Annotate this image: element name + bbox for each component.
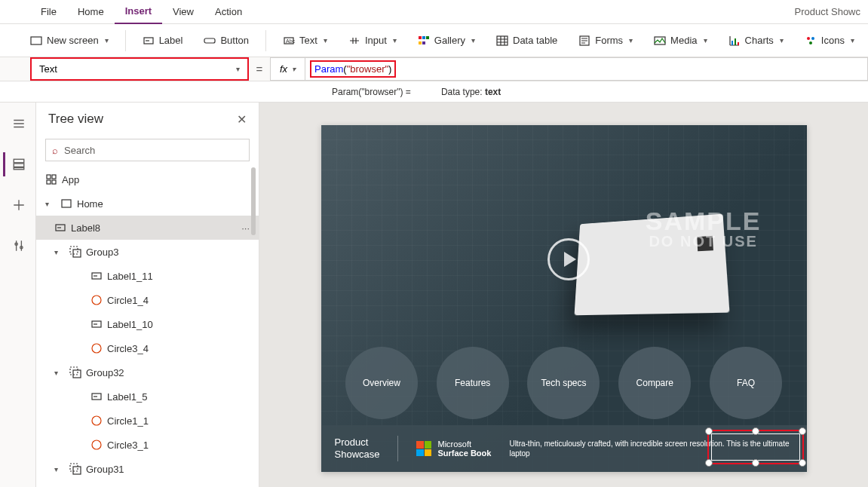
tree-item[interactable]: Circle1_1 bbox=[36, 409, 259, 433]
ribbon-charts[interactable]: Charts ▾ bbox=[721, 35, 791, 47]
circle-features[interactable]: Features bbox=[437, 347, 509, 419]
circle-faq[interactable]: FAQ bbox=[710, 347, 782, 419]
chevron-down-icon: ▾ bbox=[393, 36, 397, 44]
formula-data-type: Data type: text bbox=[441, 87, 501, 97]
svg-rect-26 bbox=[47, 180, 51, 184]
ribbon-input-label: Input bbox=[365, 35, 387, 46]
formula-input[interactable]: Param("browser") bbox=[305, 57, 868, 81]
svg-point-35 bbox=[92, 344, 101, 353]
tree-item[interactable]: Label1_5 bbox=[36, 384, 259, 409]
ribbon-forms[interactable]: Forms ▾ bbox=[571, 35, 640, 47]
tree-item-group3[interactable]: ▾ Group3 bbox=[36, 240, 259, 264]
menu-home[interactable]: Home bbox=[67, 0, 115, 24]
tree-item[interactable]: Circle3_1 bbox=[36, 433, 259, 457]
tree-item-label: Group31 bbox=[86, 464, 124, 475]
scrollbar[interactable] bbox=[251, 167, 256, 235]
tree-item[interactable]: Label1_10 bbox=[36, 312, 259, 336]
equals-sign: = bbox=[249, 57, 270, 81]
rail-hamburger[interactable] bbox=[3, 112, 33, 136]
tree-item[interactable]: Circle1_4 bbox=[36, 288, 259, 312]
label-icon bbox=[90, 318, 103, 330]
menu-view[interactable]: View bbox=[162, 0, 204, 24]
product-title: Product Showcase bbox=[335, 436, 380, 460]
svg-rect-27 bbox=[52, 180, 56, 184]
resize-handle[interactable] bbox=[799, 427, 806, 435]
media-icon bbox=[654, 35, 666, 47]
property-selector[interactable]: Text ▾ bbox=[30, 57, 249, 81]
tree-list: App ▾ Home Label8 ··· ▾ Group3 Label1_11… bbox=[36, 167, 259, 487]
resize-handle[interactable] bbox=[752, 459, 759, 467]
ribbon-input[interactable]: Input ▾ bbox=[341, 35, 404, 47]
resize-handle[interactable] bbox=[752, 427, 759, 435]
rail-tree-view[interactable] bbox=[3, 152, 33, 176]
formula-text: Param("browser") bbox=[310, 60, 396, 78]
svg-rect-42 bbox=[73, 467, 81, 474]
svg-rect-31 bbox=[73, 250, 81, 257]
formula-result-bar: Param("browser") = Data type: text bbox=[0, 81, 868, 103]
ribbon-icons-label: Icons bbox=[821, 35, 845, 46]
text-icon: Abc bbox=[283, 35, 295, 47]
circle-overview[interactable]: Overview bbox=[345, 347, 418, 419]
formula-echo: Param("browser") = bbox=[332, 87, 411, 97]
svg-rect-2 bbox=[204, 38, 215, 43]
forms-icon bbox=[578, 35, 590, 47]
ribbon-button-text: Button bbox=[220, 35, 249, 46]
tree-item-label: Label1_5 bbox=[107, 391, 148, 403]
svg-rect-0 bbox=[31, 37, 41, 44]
svg-rect-36 bbox=[70, 367, 78, 375]
label-icon bbox=[90, 270, 103, 282]
svg-rect-28 bbox=[62, 200, 71, 207]
selection-handles[interactable] bbox=[707, 430, 804, 464]
fx-button[interactable]: fx▾ bbox=[270, 57, 305, 81]
tree-title: Tree view bbox=[48, 112, 103, 127]
tree-home-label: Home bbox=[77, 198, 103, 210]
tree-item-label8[interactable]: Label8 ··· bbox=[36, 216, 259, 240]
svg-point-18 bbox=[809, 41, 812, 44]
circle-compare[interactable]: Compare bbox=[618, 347, 691, 419]
ribbon-button[interactable]: Button bbox=[196, 35, 256, 47]
more-icon[interactable]: ··· bbox=[241, 222, 250, 234]
svg-rect-5 bbox=[419, 36, 422, 39]
chevron-down-icon: ▾ bbox=[236, 65, 240, 73]
ribbon-data-table-label: Data table bbox=[513, 35, 557, 46]
search-input[interactable]: ⌕ Search bbox=[45, 139, 250, 161]
tree-item-label: Label8 bbox=[71, 222, 100, 234]
rail-advanced[interactable] bbox=[3, 234, 33, 258]
rail-insert[interactable] bbox=[3, 193, 33, 217]
canvas-area[interactable]: SAMPLE DO NOT USE Overview Features Tech… bbox=[259, 103, 868, 487]
close-icon[interactable]: ✕ bbox=[237, 112, 247, 127]
tree-home-screen[interactable]: ▾ Home bbox=[36, 191, 259, 216]
tree-item-label: Label1_10 bbox=[107, 319, 153, 330]
button-icon bbox=[204, 35, 216, 47]
tree-item-group31[interactable]: ▾ Group31 bbox=[36, 457, 259, 481]
resize-handle[interactable] bbox=[705, 427, 713, 435]
ribbon-media[interactable]: Media ▾ bbox=[646, 35, 714, 47]
tree-item[interactable]: Circle3_4 bbox=[36, 336, 259, 360]
separator bbox=[125, 30, 126, 51]
menu-action[interactable]: Action bbox=[204, 0, 253, 24]
ribbon-new-screen[interactable]: New screen ▾ bbox=[23, 35, 116, 47]
tree-item-label: Group32 bbox=[86, 367, 124, 378]
resize-handle[interactable] bbox=[799, 459, 806, 467]
chevron-down-icon: ▾ bbox=[851, 36, 854, 44]
play-button[interactable] bbox=[547, 238, 590, 280]
screen-icon bbox=[60, 198, 72, 210]
app-preview[interactable]: SAMPLE DO NOT USE Overview Features Tech… bbox=[321, 125, 807, 472]
tree-item-group32[interactable]: ▾ Group32 bbox=[36, 360, 259, 384]
ribbon-gallery-label: Gallery bbox=[434, 35, 465, 46]
menu-insert[interactable]: Insert bbox=[115, 0, 162, 24]
svg-rect-24 bbox=[47, 175, 51, 179]
ribbon-label[interactable]: Label bbox=[135, 35, 191, 47]
ribbon-text[interactable]: Abc Text ▾ bbox=[275, 35, 335, 47]
tree-app[interactable]: App bbox=[36, 167, 259, 191]
svg-point-16 bbox=[807, 37, 810, 40]
menu-file[interactable]: File bbox=[30, 0, 67, 24]
resize-handle[interactable] bbox=[705, 459, 713, 467]
circle-techspecs[interactable]: Tech specs bbox=[527, 347, 600, 419]
ribbon-icons[interactable]: Icons ▾ bbox=[797, 35, 862, 47]
tree-item[interactable]: Label1_11 bbox=[36, 264, 259, 288]
ribbon-data-table[interactable]: Data table bbox=[489, 35, 565, 47]
ms-squares-icon bbox=[416, 441, 431, 456]
ribbon-gallery[interactable]: Gallery ▾ bbox=[410, 35, 483, 47]
separator bbox=[397, 436, 398, 461]
